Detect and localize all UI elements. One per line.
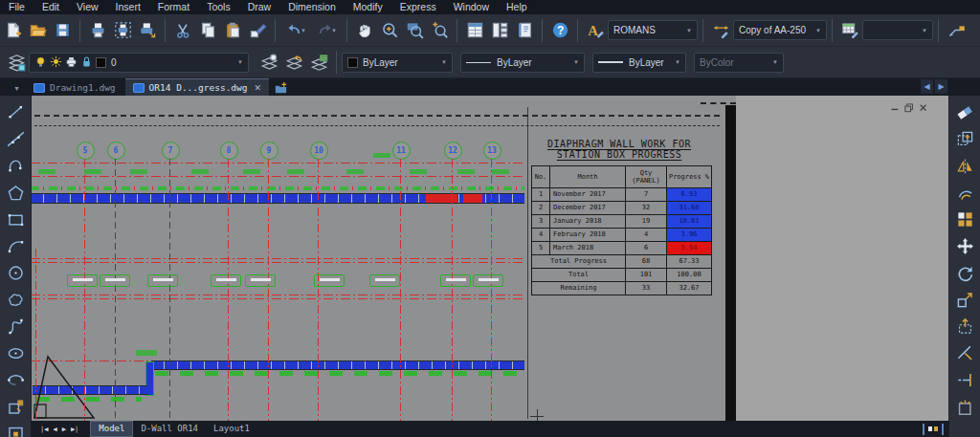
layer-states-icon[interactable] (306, 50, 331, 75)
pan-icon[interactable] (352, 18, 377, 43)
rotate-icon[interactable] (952, 259, 977, 286)
mirror-icon[interactable] (952, 152, 977, 179)
copy-icon[interactable] (195, 18, 220, 43)
polygon-icon[interactable] (3, 179, 28, 206)
spline-icon[interactable] (3, 313, 28, 339)
first-tab-icon[interactable]: |◀ (38, 425, 50, 434)
layout-tab-layout1[interactable]: Layout1 (206, 422, 257, 436)
arc-icon[interactable] (3, 232, 28, 259)
make-layer-current-icon[interactable] (256, 50, 281, 75)
revision-cloud-icon[interactable] (3, 286, 28, 313)
save-icon[interactable] (50, 18, 75, 43)
window-restore-icon[interactable] (903, 102, 916, 114)
undo-icon[interactable]: ▼ (280, 18, 311, 43)
designcenter-icon[interactable] (487, 18, 512, 43)
layer-lock-icon[interactable] (80, 55, 94, 69)
paste-icon[interactable] (220, 18, 245, 43)
menu-view[interactable]: View (68, 0, 107, 14)
close-tab-icon[interactable]: ✕ (255, 83, 262, 93)
prev-tab-icon[interactable]: ◀ (51, 425, 58, 434)
match-properties-icon[interactable] (245, 18, 270, 43)
line-icon[interactable] (3, 98, 28, 125)
menu-modify[interactable]: Modify (345, 0, 391, 14)
menu-file[interactable]: File (0, 0, 33, 14)
lineweight-combo[interactable]: ByLayer ▼ (592, 53, 686, 73)
plot-icon[interactable] (135, 18, 160, 43)
color-combo[interactable]: ByLayer ▼ (342, 53, 453, 73)
file-tab-1[interactable]: OR14 D...gress.dwg✕ (125, 78, 270, 96)
erase-icon[interactable] (952, 98, 977, 125)
table-style-icon[interactable] (837, 18, 862, 43)
layer-on-bulb-icon[interactable] (34, 55, 48, 69)
tab-scroll-right-icon[interactable]: ▶ (935, 79, 947, 94)
construction-line-icon[interactable] (3, 125, 28, 152)
layout-tab-d-wall-or14[interactable]: D-Wall OR14 (133, 422, 206, 436)
insert-block-icon[interactable] (3, 393, 28, 420)
explode-icon[interactable] (952, 393, 977, 420)
linetype-combo[interactable]: ByLayer ▼ (460, 53, 585, 73)
open-icon[interactable] (25, 18, 50, 43)
window-close-icon[interactable] (918, 102, 930, 114)
offset-icon[interactable] (952, 179, 977, 206)
menu-tools[interactable]: Tools (198, 0, 239, 14)
file-tab-0[interactable]: Drawing1.dwg (26, 79, 123, 96)
layer-plot-icon[interactable] (65, 55, 78, 69)
properties-palette-icon[interactable] (462, 18, 487, 43)
plot-style-combo[interactable]: ByColor ▼ (694, 53, 784, 73)
layer-color-swatch[interactable] (96, 57, 106, 68)
markup-manager-icon[interactable] (512, 18, 537, 43)
new-drawing-tab-button[interactable] (271, 80, 290, 96)
trim-icon[interactable] (952, 339, 977, 366)
cut-icon[interactable] (170, 18, 195, 43)
menu-draw[interactable]: Draw (239, 0, 280, 14)
array-icon[interactable] (952, 206, 977, 232)
menu-window[interactable]: Window (445, 0, 498, 14)
circle-icon[interactable] (3, 259, 28, 286)
tab-scroll-left-icon[interactable]: ◀ (921, 79, 933, 94)
status-tray-icon[interactable] (923, 424, 944, 435)
menu-edit[interactable]: Edit (33, 0, 68, 14)
redo-icon[interactable]: ▼ (311, 18, 342, 43)
next-tab-icon[interactable]: ▶ (60, 425, 68, 434)
menu-help[interactable]: Help (498, 0, 536, 14)
text-style-combo[interactable]: ROMANS ▼ (608, 20, 698, 40)
help-icon[interactable]: ? (547, 18, 572, 43)
rectangle-icon[interactable] (3, 206, 28, 232)
last-tab-icon[interactable]: ▶| (69, 425, 80, 434)
tab-menu-caret-icon[interactable]: ▼ (0, 85, 26, 96)
zoom-window-icon[interactable] (402, 18, 427, 43)
cell-progress: 18.81 (667, 215, 712, 229)
layout-nav-buttons: |◀ ◀ ▶ ▶| (38, 425, 80, 434)
drawing-canvas[interactable]: ✕ DIAPHRAGM WALL WORK FOR STATION BOX PR… (31, 96, 949, 421)
text-style-icon[interactable]: A (583, 18, 608, 43)
toolbar-separator (542, 19, 543, 42)
menu-dimension[interactable]: Dimension (279, 0, 345, 14)
window-minimize-icon[interactable] (890, 102, 902, 114)
move-icon[interactable] (952, 232, 977, 259)
layer-freeze-sun-icon[interactable] (50, 55, 63, 69)
polyline-icon[interactable] (3, 152, 28, 179)
dim-style-combo[interactable]: Copy of AA-250 ▼ (733, 20, 827, 40)
layout-tab-model[interactable]: Model (90, 421, 133, 437)
scale-icon[interactable] (952, 286, 977, 313)
dim-style-icon[interactable] (708, 18, 733, 43)
layer-previous-icon[interactable] (281, 50, 306, 75)
menu-format[interactable]: Format (149, 0, 198, 14)
ellipse-arc-icon[interactable] (3, 366, 28, 393)
stretch-icon[interactable] (952, 313, 977, 339)
copy-objects-icon[interactable] (952, 125, 977, 152)
zoom-previous-icon[interactable] (427, 18, 452, 43)
zoom-realtime-icon[interactable] (377, 18, 402, 43)
print-preview-icon[interactable] (110, 18, 135, 43)
new-icon[interactable] (0, 18, 25, 43)
table-style-combo[interactable]: ▼ (862, 20, 933, 40)
layer-manager-icon[interactable] (4, 50, 29, 75)
layer-combo[interactable]: 0 ▼ (29, 53, 249, 73)
multileader-style-icon[interactable] (944, 18, 969, 43)
ellipse-icon[interactable] (3, 339, 28, 366)
extend-icon[interactable] (952, 366, 977, 393)
print-icon[interactable] (85, 18, 110, 43)
make-block-icon[interactable] (3, 420, 28, 437)
menu-express[interactable]: Express (391, 0, 445, 14)
menu-insert[interactable]: Insert (107, 0, 149, 14)
